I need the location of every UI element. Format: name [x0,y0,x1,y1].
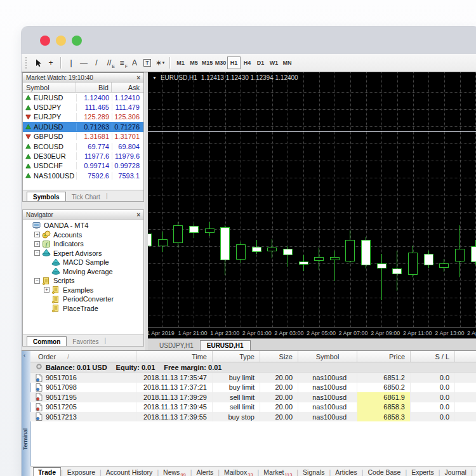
orders-column-type[interactable]: Type [213,351,260,362]
label-tool[interactable]: T [141,56,154,69]
orders-column-order[interactable]: Order / [30,351,136,362]
timeframe-button-m1[interactable]: M1 [174,56,187,69]
bear-candle[interactable] [377,263,387,268]
market-watch-row-usdchf[interactable]: USDCHF0.997140.99728 [23,161,143,171]
terminal-tab-code-base[interactable]: Code Base [363,468,405,476]
orders-column-price[interactable]: Price [357,351,411,362]
equidistant-channel-tool[interactable]: //E [103,56,116,69]
orders-column-size[interactable]: Size [260,351,298,362]
market-watch-header[interactable]: Market Watch: 19:10:40 × [23,73,143,83]
arrows-dropdown[interactable]: ∗▾ [154,56,166,69]
bear-candle[interactable] [392,268,402,274]
close-icon[interactable]: × [136,74,140,81]
navigator-item-placetrade[interactable]: PlaceTrade [23,304,143,314]
fibonacci-retracement-tool[interactable]: ≡F [116,56,128,69]
order-row-90517098[interactable]: 905170982018.11.13 17:37:21buy limit20.0… [30,383,476,392]
bear-candle[interactable] [189,226,199,233]
timeframe-button-h4[interactable]: H4 [241,56,254,69]
bear-candle[interactable] [471,246,476,262]
terminal-tab-mailbox[interactable]: Mailbox33 [220,468,258,476]
bull-candle[interactable] [345,240,355,261]
tab-favorites[interactable]: Favorites [67,337,104,346]
collapse-minus-icon[interactable]: − [34,278,40,284]
column-symbol[interactable]: Symbol [23,83,76,92]
market-watch-row-nas100usd[interactable]: NAS100USD7592.67593.1 [23,171,143,180]
bear-candle[interactable] [361,240,371,265]
horizontal-price-line[interactable] [148,131,476,132]
chart-tab-eurusd-h1[interactable]: EURUSD,H1 [200,340,251,350]
order-row-90517016[interactable]: 905170162018.11.13 17:35:47buy limit20.0… [30,373,476,382]
timeframe-button-w1[interactable]: W1 [267,56,281,69]
market-watch-row-audusd[interactable]: AUDUSD0.712630.71276 [23,122,143,131]
crosshair-tool[interactable]: + [44,56,57,69]
expand-plus-icon[interactable]: + [34,232,40,237]
cursor-tool[interactable] [32,56,44,69]
order-row-90517195[interactable]: 905171952018.11.13 17:39:29sell limit20.… [30,392,476,402]
column-ask[interactable]: Ask [112,83,142,92]
terminal-tab-experts[interactable]: Experts [407,468,439,476]
bull-candle[interactable] [236,244,246,260]
terminal-side-bar[interactable]: ‹ Terminal [22,351,31,476]
expand-plus-icon[interactable]: + [34,241,40,247]
navigator-item-macd-sample[interactable]: MACD Sample [23,258,143,267]
horizontal-line-tool[interactable]: — [77,56,90,69]
orders-column-sl[interactable]: S / L [411,351,455,362]
navigator-item-moving-average[interactable]: Moving Average [23,267,143,277]
collapse-icon[interactable]: ‹ [23,352,25,359]
chart-dropdown-icon[interactable]: ▼ [152,76,157,80]
minimize-window-button[interactable] [56,36,66,46]
column-bid[interactable]: Bid [76,83,112,92]
zoom-window-button[interactable] [72,36,82,46]
bull-candle[interactable] [314,257,324,261]
orders-column-symbol[interactable]: Symbol [298,351,357,362]
bull-candle[interactable] [408,253,418,275]
tab-common[interactable]: Common [27,336,67,346]
navigator-item-accounts[interactable]: +Accounts [23,230,143,240]
terminal-tab-articles[interactable]: Articles [331,468,361,476]
bear-candle[interactable] [220,227,230,260]
terminal-tab-account-history[interactable]: Account History [102,468,157,476]
timeframe-button-m5[interactable]: M5 [187,56,201,69]
orders-column-time[interactable]: Time [136,351,213,362]
market-watch-column-header[interactable]: Symbol Bid Ask [23,83,143,93]
bear-candle[interactable] [424,254,433,265]
order-row-90517205[interactable]: 905172052018.11.13 17:39:45sell limit20.… [30,402,476,412]
window-titlebar[interactable] [22,27,476,54]
market-watch-row-gbpusd[interactable]: GBPUSD1.316811.31701 [23,132,143,142]
terminal-tab-trade[interactable]: Trade [33,467,61,476]
terminal-tab-news[interactable]: News99 [159,468,190,476]
terminal-tab-market[interactable]: Market113 [259,468,296,476]
close-icon[interactable]: × [136,211,140,218]
navigator-item-periodconverter[interactable]: PeriodConverter [23,294,143,304]
market-watch-row-de30eur[interactable]: DE30EUR11977.611979.6 [23,151,143,161]
terminal-tab-alerts[interactable]: Alerts [192,468,218,476]
market-watch-row-bcousd[interactable]: BCOUSD69.77469.804 [23,142,143,151]
terminal-tab-signals[interactable]: Signals [298,468,329,476]
tab-tick-chart[interactable]: Tick Chart [66,192,106,201]
bear-candle[interactable] [148,234,152,246]
bull-candle[interactable] [158,239,168,246]
navigator-item-examples[interactable]: +Examples [23,286,143,295]
bear-candle[interactable] [283,249,293,255]
timeframe-button-d1[interactable]: D1 [254,56,267,69]
order-row-90517213[interactable]: 905172132018.11.13 17:39:55buy stop20.00… [30,412,476,421]
terminal-tab-journal[interactable]: Journal [440,468,470,476]
bull-candle[interactable] [330,257,340,260]
timeframe-button-m30[interactable]: M30 [214,56,227,69]
expand-plus-icon[interactable]: + [44,287,50,293]
market-watch-row-eurusd[interactable]: EURUSD1.124001.12410 [23,93,143,102]
navigator-item-expert-advisors[interactable]: −Expert Advisors [23,249,143,258]
navigator-item-scripts[interactable]: −Scripts [23,276,143,286]
sort-direction-icon[interactable]: / [67,354,69,360]
trendline-tool[interactable]: / [90,56,103,69]
toolbar-grip[interactable] [25,57,29,69]
text-tool[interactable]: A [128,56,141,69]
bull-candle[interactable] [455,249,465,261]
bear-candle[interactable] [299,261,308,265]
timeframe-button-h1[interactable]: H1 [227,56,241,69]
bull-candle[interactable] [173,225,183,243]
timeframe-button-mn[interactable]: MN [281,56,294,69]
bear-candle[interactable] [252,247,261,252]
bull-candle[interactable] [205,228,215,233]
timeframe-button-m15[interactable]: M15 [201,56,214,69]
